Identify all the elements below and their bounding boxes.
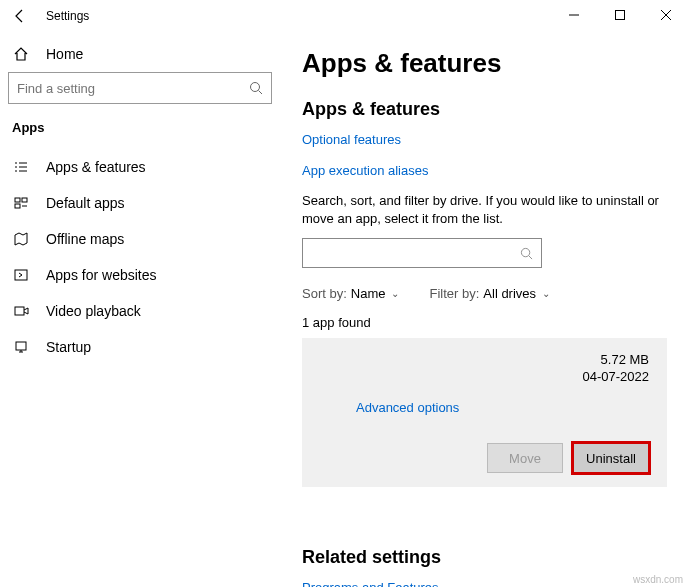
- chevron-down-icon: ⌄: [391, 288, 399, 299]
- sidebar-item-apps-features[interactable]: Apps & features: [8, 149, 272, 185]
- uninstall-button[interactable]: Uninstall: [573, 443, 649, 473]
- watermark: wsxdn.com: [633, 574, 683, 585]
- svg-rect-1: [616, 11, 625, 20]
- sidebar: Home Apps Apps & features Default apps O…: [0, 32, 280, 587]
- sidebar-item-label: Apps & features: [46, 159, 146, 175]
- sort-by-dropdown[interactable]: Sort by: Name ⌄: [302, 286, 399, 301]
- app-size: 5.72 MB: [601, 352, 649, 367]
- settings-search[interactable]: [8, 72, 272, 104]
- sidebar-item-video-playback[interactable]: Video playback: [8, 293, 272, 329]
- sidebar-section-label: Apps: [12, 120, 272, 135]
- section-heading: Apps & features: [302, 99, 667, 120]
- home-icon: [12, 46, 30, 62]
- main-content: Apps & features Apps & features Optional…: [280, 32, 689, 587]
- websites-icon: [12, 267, 30, 283]
- sidebar-item-apps-for-websites[interactable]: Apps for websites: [8, 257, 272, 293]
- startup-icon: [12, 339, 30, 355]
- svg-point-21: [521, 248, 529, 256]
- settings-search-input[interactable]: [17, 81, 249, 96]
- svg-point-4: [251, 83, 260, 92]
- filter-by-dropdown[interactable]: Filter by: All drives ⌄: [429, 286, 550, 301]
- nav-home[interactable]: Home: [8, 40, 272, 72]
- sidebar-item-label: Default apps: [46, 195, 125, 211]
- minimize-icon: [569, 10, 579, 20]
- arrow-left-icon: [12, 8, 28, 24]
- sort-value: Name: [351, 286, 386, 301]
- link-optional-features[interactable]: Optional features: [302, 132, 401, 147]
- link-app-execution-aliases[interactable]: App execution aliases: [302, 163, 428, 178]
- svg-rect-13: [22, 198, 27, 202]
- minimize-button[interactable]: [551, 0, 597, 30]
- apps-search[interactable]: [302, 238, 542, 268]
- search-icon: [520, 247, 533, 260]
- sort-label: Sort by:: [302, 286, 347, 301]
- window-title: Settings: [46, 9, 89, 23]
- maximize-icon: [615, 10, 625, 20]
- video-icon: [12, 303, 30, 319]
- sidebar-item-offline-maps[interactable]: Offline maps: [8, 221, 272, 257]
- apps-search-input[interactable]: [311, 246, 520, 261]
- app-entry[interactable]: 5.72 MB 04-07-2022 Advanced options Move…: [302, 338, 667, 487]
- defaults-icon: [12, 195, 30, 211]
- filter-label: Filter by:: [429, 286, 479, 301]
- svg-line-5: [259, 91, 263, 95]
- sidebar-item-default-apps[interactable]: Default apps: [8, 185, 272, 221]
- section-description: Search, sort, and filter by drive. If yo…: [302, 192, 667, 228]
- map-icon: [12, 231, 30, 247]
- svg-rect-18: [16, 342, 26, 350]
- svg-line-22: [529, 256, 532, 259]
- sidebar-item-label: Startup: [46, 339, 91, 355]
- page-title: Apps & features: [302, 48, 667, 79]
- link-programs-and-features[interactable]: Programs and Features: [302, 580, 439, 587]
- close-button[interactable]: [643, 0, 689, 30]
- svg-rect-12: [15, 198, 20, 202]
- sidebar-item-label: Offline maps: [46, 231, 124, 247]
- move-button: Move: [487, 443, 563, 473]
- search-icon: [249, 81, 263, 95]
- sidebar-item-startup[interactable]: Startup: [8, 329, 272, 365]
- sidebar-item-label: Apps for websites: [46, 267, 157, 283]
- maximize-button[interactable]: [597, 0, 643, 30]
- app-date: 04-07-2022: [583, 369, 650, 384]
- back-button[interactable]: [8, 4, 32, 28]
- related-heading: Related settings: [302, 547, 667, 568]
- sidebar-item-label: Video playback: [46, 303, 141, 319]
- chevron-down-icon: ⌄: [542, 288, 550, 299]
- link-advanced-options[interactable]: Advanced options: [356, 400, 459, 415]
- app-count: 1 app found: [302, 315, 667, 330]
- svg-rect-16: [15, 270, 27, 280]
- filter-value: All drives: [483, 286, 536, 301]
- svg-rect-14: [15, 204, 20, 208]
- close-icon: [661, 10, 671, 20]
- svg-rect-17: [15, 307, 24, 315]
- nav-home-label: Home: [46, 46, 83, 62]
- list-icon: [12, 159, 30, 175]
